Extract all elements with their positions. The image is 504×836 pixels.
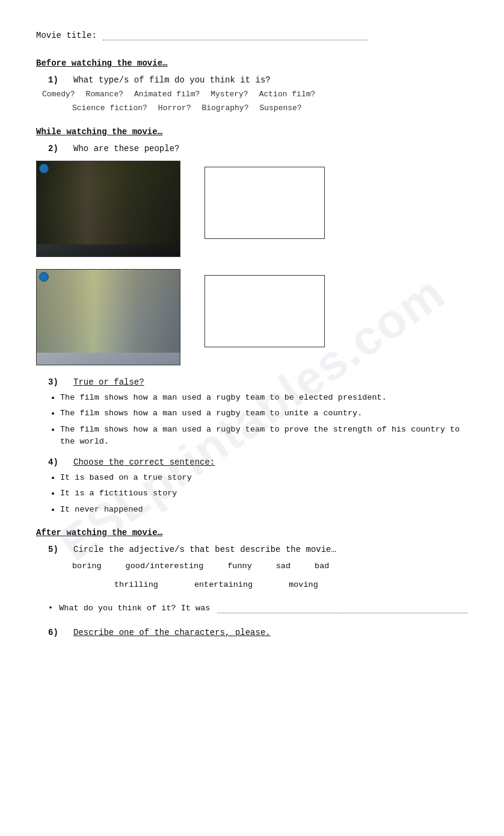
q1-label: 1) [48,75,58,85]
q1-text: What type/s of film do you think it is? [73,75,271,85]
adj-funny: funny [227,562,252,571]
adj-good-interesting: good/interesting [126,562,204,571]
q3-question: 3) True or false? [48,377,468,387]
q5-label: 5) [48,545,58,554]
q3-items: The film shows how a man used a rugby te… [60,392,468,448]
genre-biography: Biography? [201,104,248,113]
q4-text: Choose the correct sentence: [73,457,215,467]
q4-label: 4) [48,457,58,467]
genre-row-2: Science fiction? Horror? Biography? Susp… [72,104,468,113]
while-heading: While watching the movie… [36,127,468,137]
genre-scifi: Science fiction? [72,104,147,113]
what-think-dots [211,604,216,613]
movie-title-input-line [103,30,367,40]
adj-boring: boring [72,562,102,571]
q1-question: 1) What type/s of film do you think it i… [48,75,468,85]
genre-horror: Horror? [158,104,191,113]
adj-sad: sad [276,562,290,571]
q4-item-1: It is based on a true story [60,472,468,484]
q4-question: 4) Choose the correct sentence: [48,457,468,467]
q6-text: Describe one of the characters, please. [73,628,271,637]
what-think-row: • What do you think of it? It was [48,604,468,613]
genre-suspense: Suspense? [259,104,301,113]
q2-question: 2) Who are these people? [48,144,468,153]
q5-text: Circle the adjective/s that best describ… [73,545,336,554]
q6-question: 6) Describe one of the characters, pleas… [48,628,468,637]
q3-item-2: The film shows how a man used a rugby te… [60,407,468,420]
image-row-2 [36,269,468,365]
before-heading: Before watching the movie… [36,58,468,68]
answer-box-1[interactable] [204,167,325,239]
genre-row-1: Comedy? Romance? Animated film? Mystery?… [42,90,468,99]
movie-title-row: Movie title: [36,30,468,40]
adjectives-row-2: thrilling entertaining moving [114,580,468,589]
movie-title-label: Movie title: [36,31,97,40]
q6-label: 6) [48,628,58,637]
q4-item-2: It is a fictitious story [60,488,468,500]
what-think-label: What do you think of it? It was [59,604,210,613]
adj-thrilling: thrilling [114,580,158,589]
genre-animated: Animated film? [134,90,200,99]
after-heading: After watching the movie… [36,528,468,537]
q4-items: It is based on a true story It is a fict… [60,472,468,516]
what-think-answer-line [217,604,468,613]
q4-item-3: It never happened [60,504,468,516]
genre-comedy: Comedy? [42,90,75,99]
genre-mystery: Mystery? [211,90,248,99]
adj-entertaining: entertaining [194,580,253,589]
genre-romance: Romance? [86,90,123,99]
q5-question: 5) Circle the adjective/s that best desc… [48,545,468,554]
adj-moving: moving [289,580,318,589]
globe-icon-2 [39,272,49,282]
q2-label: 2) [48,144,58,153]
adjectives-row-1: boring good/interesting funny sad bad [72,562,468,571]
q3-text: True or false? [73,377,144,387]
genre-action: Action film? [259,90,316,99]
q3-item-1: The film shows how a man used a rugby te… [60,392,468,404]
screenshot-1 [36,161,180,257]
globe-icon-1 [39,164,49,173]
answer-box-2[interactable] [204,275,325,347]
q3-label: 3) [48,377,58,387]
image-row-1 [36,161,468,257]
q2-text: Who are these people? [73,144,179,153]
adj-bad: bad [315,562,329,571]
q3-item-3: The film shows how a man used a rugby te… [60,424,468,448]
screenshot-2 [36,269,180,365]
bullet-icon: • [48,604,58,613]
